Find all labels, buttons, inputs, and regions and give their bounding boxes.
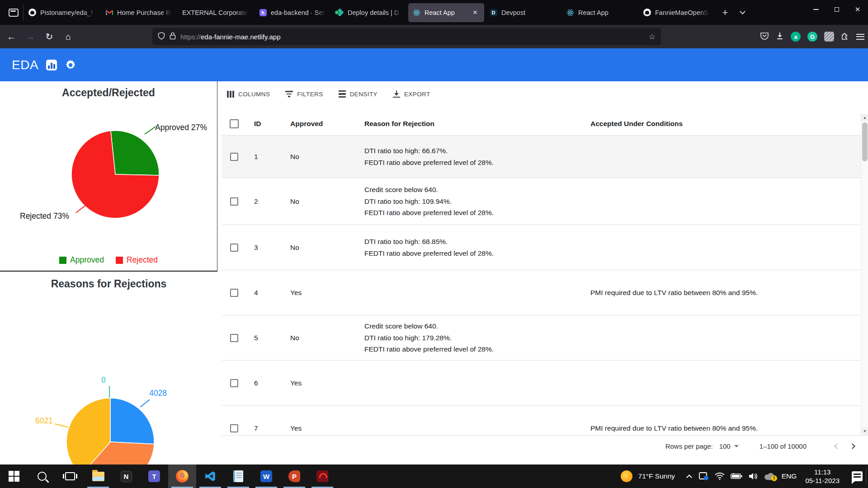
next-page-button[interactable]: [844, 439, 860, 454]
cell-id: 7: [247, 424, 283, 432]
scroll-down-icon[interactable]: ▼: [861, 427, 868, 435]
table-row[interactable]: 1 No DTI ratio too high: 66.67%.FEDTI ra…: [222, 136, 861, 178]
density-button[interactable]: DENSITY: [334, 88, 382, 101]
table-row[interactable]: 3 No DTI ratio too high: 68.85%.FEDTI ra…: [222, 225, 861, 270]
extension-gray-icon[interactable]: [824, 32, 834, 42]
row-checkbox[interactable]: [230, 289, 238, 297]
close-tab-icon[interactable]: [471, 8, 480, 17]
scrollbar-thumb[interactable]: [862, 122, 868, 161]
table-row[interactable]: 4 Yes PMI required due to LTV ratio betw…: [222, 270, 861, 315]
taskbar-search-button[interactable]: [28, 465, 56, 488]
new-tab-button[interactable]: [718, 5, 732, 20]
chart1-title: Accepted/Rejected: [0, 87, 217, 99]
wifi-icon[interactable]: [715, 473, 725, 480]
row-checkbox[interactable]: [230, 244, 238, 252]
grid-header-row: ID Approved Reason for Rejection Accepte…: [222, 112, 861, 136]
tab-home-purchase[interactable]: Home Purchase R: [101, 3, 177, 22]
weather-text[interactable]: 71°F Sunny: [638, 472, 675, 480]
row-checkbox[interactable]: [230, 334, 238, 342]
home-button[interactable]: ⌂: [61, 29, 76, 44]
caret-down-icon: [734, 445, 739, 447]
firefox-view-button[interactable]: [4, 4, 24, 22]
select-all-checkbox[interactable]: [230, 119, 239, 128]
battery-icon[interactable]: [731, 473, 742, 479]
bookmark-star-icon[interactable]: [649, 32, 656, 42]
close-window-button[interactable]: [847, 0, 868, 19]
hidden-icons-chevron[interactable]: [686, 474, 692, 480]
table-row[interactable]: 7 Yes PMI required due to LTV ratio betw…: [222, 406, 861, 435]
vscode-button[interactable]: [196, 465, 224, 488]
export-icon: [393, 90, 400, 98]
tab-pistonamey-eda[interactable]: Pistonamey/eda_f: [24, 3, 100, 22]
weather-sun-icon[interactable]: [621, 470, 632, 482]
tab-devpost[interactable]: D Devpost: [485, 3, 561, 22]
acrobat-button[interactable]: [308, 465, 336, 488]
column-header-id[interactable]: ID: [247, 120, 283, 128]
scroll-up-icon[interactable]: ▲: [861, 114, 868, 121]
back-button[interactable]: ←: [4, 29, 19, 44]
react-icon: [566, 9, 574, 16]
legend-rejected[interactable]: Rejected: [116, 255, 158, 265]
browser-tab-bar: Pistonamey/eda_f Home Purchase R EXTERNA…: [0, 0, 868, 25]
row-checkbox[interactable]: [230, 424, 238, 432]
minimize-button[interactable]: [806, 0, 826, 19]
extension-a-icon[interactable]: a: [791, 32, 801, 42]
bar-chart-icon[interactable]: [46, 60, 57, 70]
start-button[interactable]: [0, 465, 28, 488]
pie2-ltv-label: 0: [101, 375, 106, 385]
tab-eda-backend[interactable]: h eda-backend · Set: [255, 3, 330, 22]
action-center-icon[interactable]: [852, 471, 863, 481]
url-bar[interactable]: https://eda-fannie-mae.netlify.app: [152, 28, 661, 45]
table-row[interactable]: 5 No Credit score below 640.DTI ratio to…: [222, 315, 861, 361]
grid-scrollbar[interactable]: ▲ ▼: [861, 114, 868, 435]
app-header: EDA: [0, 48, 868, 81]
lock-icon[interactable]: [170, 32, 176, 42]
list-all-tabs-button[interactable]: [735, 5, 750, 20]
column-header-reason[interactable]: Reason for Rejection: [357, 120, 583, 128]
teams-button[interactable]: T: [140, 465, 168, 488]
legend-approved[interactable]: Approved: [59, 255, 104, 265]
task-view-button[interactable]: [56, 465, 84, 488]
grid-rows-viewport: 1 No DTI ratio too high: 66.67%.FEDTI ra…: [222, 136, 861, 435]
language-indicator[interactable]: ENG: [782, 472, 797, 480]
notion-button[interactable]: N: [112, 465, 140, 488]
row-checkbox[interactable]: [230, 153, 238, 161]
cell-approved: No: [283, 153, 357, 161]
table-row[interactable]: 2 No Credit score below 640.DTI ratio to…: [222, 178, 861, 225]
column-header-approved[interactable]: Approved: [283, 120, 357, 128]
table-row[interactable]: 6 Yes: [222, 361, 861, 406]
menu-icon[interactable]: [856, 34, 864, 40]
row-checkbox[interactable]: [230, 197, 238, 206]
rows-per-page-select[interactable]: 100: [719, 442, 739, 450]
columns-button[interactable]: COLUMNS: [222, 88, 274, 100]
extensions-puzzle-icon[interactable]: [841, 32, 849, 42]
restore-button[interactable]: [826, 0, 847, 19]
previous-page-button[interactable]: [829, 439, 844, 454]
filters-button[interactable]: FILTERS: [281, 88, 327, 100]
pocket-icon[interactable]: [760, 31, 769, 42]
tab-react-app-active[interactable]: React App: [408, 3, 484, 22]
onedrive-icon[interactable]: [764, 473, 776, 480]
tab-external-corporate[interactable]: EXTERNAL Corporate: [178, 3, 254, 22]
tablet-mode-icon[interactable]: [699, 472, 709, 481]
powerpoint-button[interactable]: P: [280, 465, 308, 488]
clock[interactable]: 11:13 05-11-2023: [805, 468, 840, 485]
word-button[interactable]: W: [252, 465, 280, 488]
tab-fanniemae-opensource[interactable]: FannieMaeOpenS: [639, 3, 715, 22]
tab-react-app-2[interactable]: React App: [562, 3, 638, 22]
volume-icon[interactable]: [748, 472, 758, 480]
row-checkbox[interactable]: [230, 379, 238, 387]
grammarly-icon[interactable]: G: [807, 32, 817, 42]
reload-button[interactable]: ↻: [42, 29, 57, 44]
firefox-button[interactable]: [168, 465, 196, 488]
show-desktop-divider[interactable]: [866, 469, 866, 483]
forward-button[interactable]: →: [23, 29, 38, 44]
file-explorer-button[interactable]: [84, 465, 112, 488]
tab-deploy-details[interactable]: Deploy details | D: [331, 3, 407, 22]
notepad-button[interactable]: [224, 465, 252, 488]
export-button[interactable]: EXPORT: [388, 88, 435, 100]
gear-icon[interactable]: [65, 59, 76, 71]
shield-icon[interactable]: [158, 32, 165, 42]
column-header-conditions[interactable]: Accepted Under Conditions: [583, 120, 861, 128]
downloads-icon[interactable]: [776, 32, 784, 42]
